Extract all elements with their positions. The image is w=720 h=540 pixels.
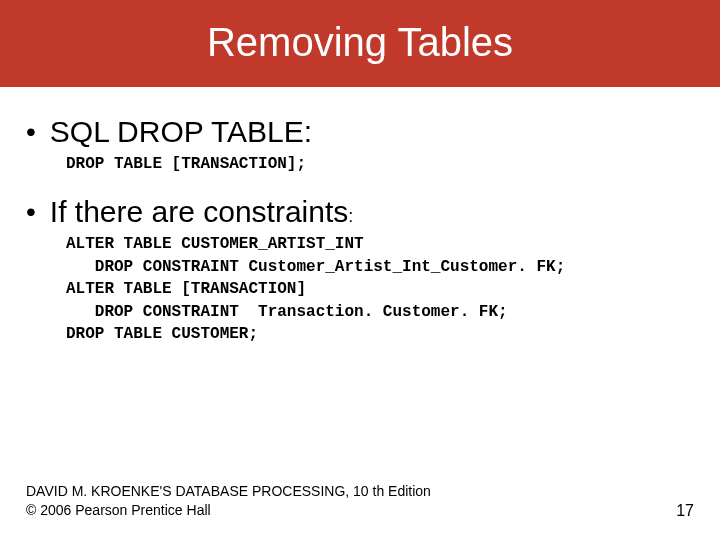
bullet-item: • If there are constraints: bbox=[26, 195, 694, 229]
code-block: ALTER TABLE CUSTOMER_ARTIST_INT DROP CON… bbox=[66, 233, 694, 345]
footer-line1: DAVID M. KROENKE'S DATABASE PROCESSING, … bbox=[26, 482, 431, 501]
page-number: 17 bbox=[676, 502, 694, 520]
slide-title: Removing Tables bbox=[0, 20, 720, 65]
bullet-dot: • bbox=[26, 115, 36, 149]
slide-footer: DAVID M. KROENKE'S DATABASE PROCESSING, … bbox=[26, 482, 694, 520]
footer-credits: DAVID M. KROENKE'S DATABASE PROCESSING, … bbox=[26, 482, 431, 520]
bullet-text-main: If there are constraints bbox=[50, 195, 348, 228]
bullet-text-colon: : bbox=[348, 206, 353, 226]
title-banner: Removing Tables bbox=[0, 0, 720, 87]
bullet-dot: • bbox=[26, 195, 36, 229]
code-block: DROP TABLE [TRANSACTION]; bbox=[66, 153, 694, 175]
bullet-text: SQL DROP TABLE: bbox=[50, 115, 312, 149]
bullet-item: • SQL DROP TABLE: bbox=[26, 115, 694, 149]
slide: Removing Tables • SQL DROP TABLE: DROP T… bbox=[0, 0, 720, 540]
bullet-text: If there are constraints: bbox=[50, 195, 354, 229]
slide-content: • SQL DROP TABLE: DROP TABLE [TRANSACTIO… bbox=[0, 87, 720, 345]
footer-line2: © 2006 Pearson Prentice Hall bbox=[26, 501, 431, 520]
